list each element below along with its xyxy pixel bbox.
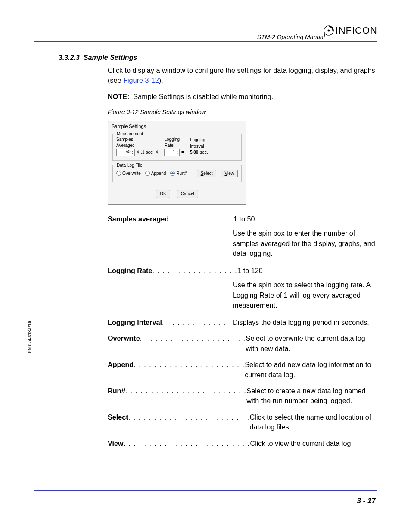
cancel-button-rest: ancel bbox=[184, 191, 194, 196]
section-heading: 3.3.2.3 Sample Settings bbox=[59, 54, 137, 62]
samples-averaged-label-1: Samples bbox=[116, 137, 135, 143]
inficon-icon bbox=[324, 25, 334, 36]
radio-icon bbox=[116, 171, 121, 176]
runnum-radio-label: Run# bbox=[176, 171, 187, 177]
val-overwrite: Select to overwrite the current data log… bbox=[246, 333, 379, 354]
logging-interval-label-1: Logging bbox=[190, 137, 208, 143]
def-logging-interval: Logging Interval . . . . . . . . . . . .… bbox=[108, 317, 379, 327]
term-overwrite: Overwrite bbox=[108, 333, 140, 343]
leader-dots: . . . . . . . . . . . . . . bbox=[162, 317, 233, 327]
def-select: Select. . . . . . . . . . . . . . . . . … bbox=[108, 412, 379, 432]
term-append: Append bbox=[108, 360, 134, 370]
samples-averaged-label-2: Averaged bbox=[116, 143, 135, 149]
measurement-group: Measurement Samples Averaged 50 ▲▼ X bbox=[112, 134, 242, 161]
logging-rate-label-1: Logging bbox=[164, 137, 180, 143]
measurement-group-label: Measurement bbox=[115, 131, 144, 137]
def-view: View . . . . . . . . . . . . . . . . . .… bbox=[108, 439, 379, 448]
val-runnum: Select to create a new data log named wi… bbox=[246, 386, 379, 406]
val-logging-interval: Displays the data logging period in seco… bbox=[233, 317, 379, 327]
overwrite-radio[interactable]: Overwrite bbox=[116, 171, 141, 177]
datalog-group-label: Data Log File bbox=[115, 162, 143, 169]
append-radio-label: Append bbox=[151, 171, 166, 177]
radio-icon bbox=[170, 171, 175, 176]
note-paragraph: NOTE: Sample Settings is disabled while … bbox=[108, 92, 379, 102]
samples-averaged-spin[interactable]: 50 ▲▼ bbox=[116, 149, 135, 156]
overwrite-radio-label: Overwrite bbox=[122, 171, 141, 177]
val-samples-averaged: 1 to 50 bbox=[234, 214, 379, 224]
runnum-radio[interactable]: Run# bbox=[170, 171, 187, 177]
figure-caption: Figure 3-12 Sample Settings window bbox=[108, 108, 379, 116]
val-append: Select to add new data log information t… bbox=[245, 360, 379, 380]
term-logging-interval: Logging Interval bbox=[108, 317, 162, 327]
ok-button-rest: K bbox=[163, 191, 166, 196]
spin-arrows-icon[interactable]: ▲▼ bbox=[131, 150, 134, 155]
leader-dots: . . . . . . . . . . . . . . . . . bbox=[152, 266, 237, 276]
sec-label-1: .1 sec. bbox=[141, 149, 153, 156]
logging-interval-label-2: Interval bbox=[190, 143, 208, 150]
brand-logo: INFICON bbox=[324, 25, 377, 36]
val-logging-rate: 1 to 120 bbox=[237, 266, 379, 276]
val-view: Click to view the current data log. bbox=[250, 439, 379, 448]
leader-dots: . . . . . . . . . . . . . . . . . . . . … bbox=[125, 386, 246, 396]
term-samples-averaged: Samples averaged bbox=[108, 214, 169, 224]
page-number: 3 - 17 bbox=[357, 497, 376, 505]
val-select: Click to select the name and location of… bbox=[250, 412, 379, 432]
equals-label: = bbox=[181, 149, 184, 156]
logging-interval-value: 5.00 bbox=[190, 149, 198, 156]
part-number: PN 074-613-P1A bbox=[28, 320, 32, 353]
def-logging-rate: Logging Rate . . . . . . . . . . . . . .… bbox=[108, 266, 379, 276]
select-button-rest: elect bbox=[203, 171, 212, 176]
leader-dots: . . . . . . . . . . . . . bbox=[169, 214, 234, 224]
term-view: View bbox=[108, 439, 124, 448]
leader-dots: . . . . . . . . . . . . . . . . . . . . … bbox=[124, 439, 250, 448]
logging-rate-label-2: Rate bbox=[164, 143, 180, 149]
figure-link[interactable]: Figure 3-12 bbox=[123, 76, 159, 84]
datalog-group: Data Log File Overwrite Append Run# bbox=[112, 165, 242, 183]
select-button[interactable]: Select bbox=[197, 170, 217, 178]
def-runnum: Run# . . . . . . . . . . . . . . . . . .… bbox=[108, 386, 379, 406]
spin-arrows-icon[interactable]: ▲▼ bbox=[176, 150, 178, 155]
leader-dots: . . . . . . . . . . . . . . . . . . . . … bbox=[140, 333, 246, 343]
intro-text-b: ). bbox=[159, 76, 163, 84]
mult-x-2: X bbox=[156, 149, 159, 156]
term-logging-rate: Logging Rate bbox=[108, 266, 152, 276]
def-overwrite: Overwrite. . . . . . . . . . . . . . . .… bbox=[108, 333, 379, 354]
intro-paragraph: Click to display a window to configure t… bbox=[108, 65, 379, 86]
samples-averaged-value: 50 bbox=[126, 149, 131, 156]
section-title: Sample Settings bbox=[84, 54, 137, 61]
logging-rate-spin[interactable]: 1 ▲▼ bbox=[164, 149, 180, 156]
ok-button[interactable]: OK bbox=[156, 190, 170, 198]
note-text: Sample Settings is disabled while monito… bbox=[133, 93, 273, 100]
note-label: NOTE: bbox=[108, 93, 129, 100]
leader-dots: . . . . . . . . . . . . . . . . . . . . … bbox=[134, 360, 245, 370]
leader-dots: . . . . . . . . . . . . . . . . . . . . … bbox=[128, 412, 250, 422]
view-button[interactable]: View bbox=[221, 170, 238, 178]
mult-x-1: X bbox=[137, 149, 140, 156]
doc-title: STM-2 Operating Manual bbox=[257, 34, 325, 40]
cancel-button[interactable]: Cancel bbox=[177, 190, 198, 198]
def-samples-averaged: Samples averaged . . . . . . . . . . . .… bbox=[108, 214, 379, 224]
logging-rate-value: 1 bbox=[173, 149, 176, 156]
section-number: 3.3.2.3 bbox=[59, 54, 80, 61]
desc-samples-averaged: Use the spin box to enter the number of … bbox=[233, 228, 379, 258]
brand-text: INFICON bbox=[336, 25, 377, 36]
term-runnum: Run# bbox=[108, 386, 125, 396]
term-select: Select bbox=[108, 412, 128, 422]
desc-logging-rate: Use the spin box to select the logging r… bbox=[233, 280, 379, 310]
header-rule bbox=[34, 41, 377, 42]
sample-settings-dialog: Sample Settings Measurement Samples Aver… bbox=[108, 121, 246, 205]
def-append: Append . . . . . . . . . . . . . . . . .… bbox=[108, 360, 379, 380]
view-button-rest: iew bbox=[227, 171, 234, 176]
radio-icon bbox=[145, 171, 150, 176]
footer-rule bbox=[34, 490, 377, 491]
append-radio[interactable]: Append bbox=[145, 171, 166, 177]
svg-point-1 bbox=[327, 30, 330, 32]
sec-label-2: sec. bbox=[200, 149, 208, 156]
